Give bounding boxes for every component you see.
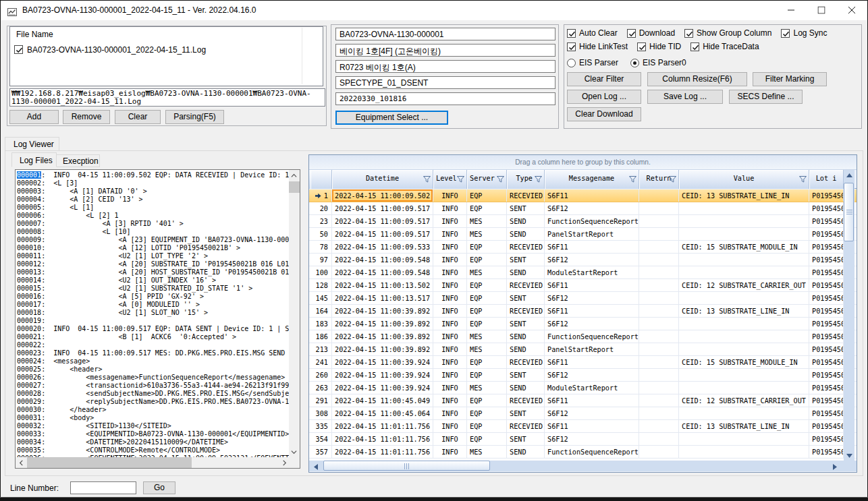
grid-header-messagename[interactable]: Messagename: [545, 170, 639, 189]
grid-cell-return[interactable]: [639, 189, 679, 202]
grid-cell-level[interactable]: INFO: [433, 215, 467, 227]
grid-cell-type[interactable]: SEND: [507, 266, 545, 278]
log-line[interactable]: 000029: <replySubjectName>DD.PKG.EIS.PRO…: [17, 398, 289, 406]
grid-cell-return[interactable]: [639, 241, 679, 253]
grid-cell-lot[interactable]: P0195450021B: [809, 292, 844, 304]
grid-cell-server[interactable]: EQP: [467, 420, 507, 432]
log-text-area[interactable]: 000001: INFO 04-15 11:00:09.502 EQP: DAT…: [15, 169, 300, 469]
filter-funnel-icon[interactable]: [669, 176, 676, 184]
grid-cell-return[interactable]: [639, 215, 679, 227]
grid-cell-level[interactable]: INFO: [433, 356, 467, 368]
grid-cell-type[interactable]: SEND: [507, 343, 545, 355]
grid-cell-return[interactable]: [639, 356, 679, 368]
grid-cell-return[interactable]: [639, 305, 679, 317]
log-line[interactable]: 000028: <sendSubjectName>DD.PKG.MES.PRO.…: [17, 390, 289, 398]
log-vertical-scrollbar[interactable]: [289, 170, 300, 457]
scroll-right-icon[interactable]: [279, 457, 290, 468]
equipment-select-button[interactable]: Equipment Select ...: [335, 111, 448, 125]
grid-cell-datetime[interactable]: 2022-04-15 11:00:39.924: [332, 382, 433, 394]
grid-cell-return[interactable]: [639, 407, 679, 419]
radio-circle[interactable]: [630, 59, 639, 67]
grid-cell-messagename[interactable]: FunctionSequenceReport: [545, 446, 639, 458]
title-bar[interactable]: BA0723-OVNA-1130-000001_2022-04-15_11 - …: [0, 0, 867, 20]
open-log-button[interactable]: Open Log ...: [567, 90, 641, 104]
remove-button[interactable]: Remove: [63, 110, 110, 124]
grid-cell-level[interactable]: INFO: [433, 369, 467, 381]
grid-cell-value[interactable]: CEID: 13 SUBSTRATE_LINE_IN: [679, 420, 809, 432]
grid-cell-value[interactable]: [679, 343, 809, 355]
grid-cell-type[interactable]: SENT: [507, 318, 545, 330]
log-line[interactable]: 000009: <A [23] EQUIPMENT_ID 'BA0723-OVN…: [17, 236, 289, 244]
grid-cell-datetime[interactable]: 2022-04-15 11:00:39.924: [332, 356, 433, 368]
grid-cell-rownum[interactable]: 291: [310, 394, 332, 407]
grid-cell-return[interactable]: [639, 433, 679, 445]
grid-cell-level[interactable]: INFO: [433, 292, 467, 304]
secs-define-button[interactable]: SECS Define ...: [729, 90, 803, 104]
grid-cell-value[interactable]: [679, 228, 809, 240]
save-log-button[interactable]: Save Log ...: [647, 90, 723, 104]
grid-cell-rownum[interactable]: 260: [310, 369, 332, 381]
grid-cell-messagename[interactable]: S6F12: [545, 433, 639, 445]
grid-cell-datetime[interactable]: 2022-04-15 11:00:39.892: [332, 318, 433, 330]
close-button[interactable]: [836, 0, 867, 20]
file-path-box[interactable]: ₩₩192.168.8.217₩eisap03_eislog₩BA0723-OV…: [9, 88, 325, 107]
checkbox-download[interactable]: Download: [627, 28, 675, 38]
grid-cell-value[interactable]: [679, 433, 809, 445]
grid-cell-value[interactable]: CEID: 13 SUBSTRATE_LINE_IN: [679, 305, 809, 317]
checkbox-log-sync[interactable]: Log Sync: [781, 28, 827, 38]
grid-cell-lot[interactable]: P0195450021B: [809, 254, 844, 266]
checkbox-auto-clear[interactable]: Auto Clear: [567, 28, 618, 38]
log-line[interactable]: 000013: <A [20] HOST_SUBSTRATE_ID 'P0195…: [17, 268, 289, 276]
grid-cell-rownum[interactable]: 1: [310, 189, 332, 202]
checkbox-hide-tracedata[interactable]: Hide TraceData: [690, 42, 759, 52]
grid-row[interactable]: 12022-04-15 11:00:09.502INFOEQPRECEVIEDS…: [309, 189, 857, 202]
grid-cell-lot[interactable]: P0195450021B: [809, 279, 844, 291]
grid-cell-return[interactable]: [639, 420, 679, 432]
tab-log-files[interactable]: Log Files: [11, 152, 57, 167]
column-resize-f6-button[interactable]: Column Resize(F6): [647, 72, 747, 86]
grid-scroll-up-icon[interactable]: [844, 170, 855, 181]
grid-cell-datetime[interactable]: 2022-04-15 11:00:39.892: [332, 330, 433, 343]
grid-cell-type[interactable]: RECEVIED: [507, 189, 545, 202]
grid-row[interactable]: 1642022-04-15 11:00:39.892INFOEQPRECEVIE…: [309, 305, 857, 318]
grid-cell-rownum[interactable]: 164: [310, 305, 332, 317]
grid-cell-rownum[interactable]: 145: [310, 292, 332, 304]
log-line[interactable]: 000030: </header>: [17, 406, 289, 414]
grid-vscroll-thumb[interactable]: [844, 183, 854, 241]
grid-scroll-right-icon[interactable]: [830, 461, 841, 471]
grid-cell-datetime[interactable]: 2022-04-15 11:00:13.517: [332, 292, 433, 304]
grid-cell-value[interactable]: CEID: 12 SUBSTRATE_CARRIER_OUT: [679, 394, 809, 407]
grid-cell-lot[interactable]: P0195450021B: [809, 433, 844, 445]
grid-cell-value[interactable]: CEID: 13 SUBSTRATE_LINE_IN: [679, 189, 809, 202]
grid-row[interactable]: 1282022-04-15 11:00:13.502INFOEQPRECEVIE…: [309, 279, 857, 292]
radio-eis-parser0[interactable]: EIS Parser0: [630, 58, 686, 68]
log-line[interactable]: 000027: <transactionid>610a3736-55a3-414…: [17, 382, 289, 390]
grid-row[interactable]: 2912022-04-15 11:00:45.049INFOEQPRECEVIE…: [309, 394, 857, 407]
grid-row[interactable]: 2632022-04-15 11:00:39.924INFOMESSENDMod…: [309, 382, 857, 394]
grid-cell-lot[interactable]: P0195450021B: [809, 420, 844, 432]
grid-cell-server[interactable]: EQP: [467, 433, 507, 445]
grid-cell-value[interactable]: [679, 407, 809, 419]
grid-row[interactable]: 1452022-04-15 11:00:13.517INFOEQPSENTS6F…: [309, 292, 857, 305]
go-button[interactable]: Go: [143, 481, 175, 494]
grid-cell-return[interactable]: [639, 228, 679, 240]
grid-scroll-left-icon[interactable]: [311, 461, 322, 471]
filter-funnel-icon[interactable]: [799, 176, 807, 184]
grid-cell-lot[interactable]: P0195450021B: [809, 305, 844, 317]
grid-cell-messagename[interactable]: ModuleStartReport: [545, 266, 639, 278]
grid-cell-level[interactable]: INFO: [433, 228, 467, 240]
add-button[interactable]: Add: [9, 110, 59, 124]
log-line[interactable]: 000033: <EQUIPMENTID>BA0723-OVNA-1130-00…: [17, 430, 289, 438]
grid-cell-level[interactable]: INFO: [433, 266, 467, 278]
grid-cell-value[interactable]: [679, 318, 809, 330]
grid-cell-server[interactable]: MES: [467, 343, 507, 355]
grid-cell-type[interactable]: SEND: [507, 330, 545, 343]
grid-cell-return[interactable]: [639, 266, 679, 278]
grid-cell-server[interactable]: EQP: [467, 407, 507, 419]
grid-cell-type[interactable]: SENT: [507, 254, 545, 266]
grid-cell-rownum[interactable]: 20: [310, 202, 332, 214]
maximize-button[interactable]: [806, 0, 836, 20]
grid-row[interactable]: 1002022-04-15 11:00:09.548INFOMESSENDMod…: [309, 266, 857, 279]
log-horizontal-scrollbar[interactable]: [16, 457, 290, 468]
grid-header-return[interactable]: Return: [639, 170, 679, 189]
